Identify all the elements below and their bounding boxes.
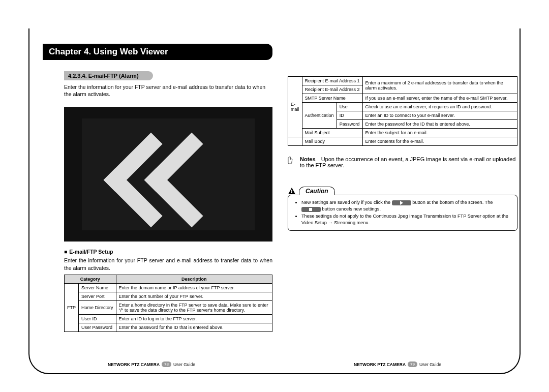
note-hand-icon: [288, 156, 295, 168]
ftp-table: Category Description FTP Server Name Ent…: [64, 275, 272, 332]
cell-desc: Enter the domain name or IP address of y…: [116, 283, 272, 292]
cell-desc: Enter the subject for an e-mail.: [362, 129, 517, 137]
footer-right: NETWORK PTZ CAMERA 79 User Guide: [354, 361, 441, 367]
cell-desc: Enter the password for the ID that is en…: [362, 120, 517, 129]
left-page: Chapter 4. Using Web Viewer 4.2.3.4. E-m…: [43, 28, 282, 332]
cell-name: User Password: [79, 323, 116, 331]
email-table: E-mail Recipient E-mail Address 1 Enter …: [288, 76, 517, 146]
cell-desc: Enter a maximum of 2 e-mail addresses to…: [362, 77, 517, 94]
caution-label: Caution: [299, 187, 335, 195]
notes-text-wrap: Notes Upon the occurrence of an event, a…: [300, 156, 517, 168]
svg-rect-2: [291, 192, 292, 193]
table-row: User ID Enter an ID to log in to the FTP…: [65, 314, 272, 323]
table-row: Authentication Use Check to use an e-mai…: [288, 103, 517, 111]
table-row: Home Directory Enter a home directory in…: [65, 300, 272, 314]
table-row: Mail Subject Enter the subject for an e-…: [288, 129, 517, 137]
cell-name: User ID: [79, 314, 116, 323]
cell-name: Server Name: [79, 283, 116, 292]
section-intro: Enter the information for your FTP serve…: [64, 83, 272, 98]
caution-box: New settings are saved only if you click…: [288, 195, 517, 231]
page-spread: Chapter 4. Using Web Viewer 4.2.3.4. E-m…: [28, 28, 521, 374]
table-row: Server Port Enter the port number of you…: [65, 292, 272, 300]
page-footer: NETWORK PTZ CAMERA 78 User Guide NETWORK…: [28, 361, 521, 367]
footer-product: NETWORK PTZ CAMERA: [108, 362, 160, 367]
footer-guide: User Guide: [419, 362, 441, 367]
cell-name: Home Directory: [79, 300, 116, 314]
footer-guide: User Guide: [173, 362, 195, 367]
cell-desc: Enter contents for the e-mail.: [362, 137, 517, 146]
cell-desc: Enter an ID to log in to the FTP server.: [116, 314, 272, 323]
setup-heading-text: E-mail/FTP Setup: [69, 249, 113, 255]
table-row: E-mail Recipient E-mail Address 1 Enter …: [288, 77, 517, 85]
header-description: Description: [116, 275, 272, 283]
caution-text: button cancels new settings.: [322, 206, 381, 212]
cell-name: Mail Body: [302, 137, 362, 146]
svg-rect-1: [291, 190, 292, 192]
screenshot-placeholder: [64, 107, 272, 242]
table-row: Mail Body Enter contents for the e-mail.: [288, 137, 517, 146]
table-header-row: Category Description: [65, 275, 272, 283]
auth-group-cell: Authentication: [302, 103, 337, 129]
square-bullet-icon: ■: [64, 249, 67, 255]
notes-text: Upon the occurrence of an event, a JPEG …: [300, 156, 515, 168]
apply-button-icon: [392, 200, 411, 205]
cell-desc: Enter the password for the ID that is en…: [116, 323, 272, 331]
cell-desc: Check to use an e-mail server; it requir…: [362, 103, 517, 111]
cell-desc: Enter an ID to connect to your e-mail se…: [362, 111, 517, 120]
page-number-left: 78: [162, 361, 171, 367]
notes-title: Notes: [300, 156, 316, 162]
caution-block: Caution New settings are saved only if y…: [288, 187, 517, 231]
right-page: E-mail Recipient E-mail Address 1 Enter …: [288, 28, 527, 231]
cell-name: SMTP Server Name: [302, 94, 362, 103]
cell-name: Mail Subject: [302, 129, 362, 137]
footer-product: NETWORK PTZ CAMERA: [354, 362, 406, 367]
cell-desc: Enter a home directory in the FTP server…: [116, 300, 272, 314]
cancel-button-icon: [301, 207, 321, 212]
setup-intro: Enter the information for your FTP serve…: [64, 257, 272, 271]
header-category: Category: [65, 275, 116, 283]
cell-name: Recipient E-mail Address 1: [302, 77, 362, 85]
table-row: User Password Enter the password for the…: [65, 323, 272, 331]
section-heading: 4.2.3.4. E-mail-FTP (Alarm): [64, 71, 153, 80]
footer-left: NETWORK PTZ CAMERA 78 User Guide: [108, 361, 195, 367]
ftp-group-cell: FTP: [65, 283, 79, 331]
caution-line-1: New settings are saved only if you click…: [301, 199, 511, 213]
cell-name: Recipient E-mail Address 2: [302, 85, 362, 94]
warning-icon: [288, 187, 296, 195]
caution-text: New settings are saved only if you click…: [301, 200, 390, 205]
rewind-icon: [82, 118, 255, 230]
cell-desc: Enter the port number of your FTP server…: [116, 292, 272, 300]
page-number-right: 79: [408, 361, 417, 367]
email-group-cell: E-mail: [288, 77, 302, 137]
caution-text: button at the bottom of the screen. The: [412, 200, 493, 205]
setup-heading: ■E-mail/FTP Setup: [64, 249, 282, 255]
chapter-title: Chapter 4. Using Web Viewer: [43, 44, 272, 60]
cell-name: ID: [337, 111, 362, 120]
cell-name: Use: [337, 103, 362, 111]
cell-name: Server Port: [79, 292, 116, 300]
cell-desc: If you use an e-mail server, enter the n…: [362, 94, 517, 103]
caution-line-2: These settings do not apply to the Conti…: [301, 213, 511, 227]
cell-name: Password: [337, 120, 362, 129]
notes-block: Notes Upon the occurrence of an event, a…: [288, 156, 517, 168]
table-row: FTP Server Name Enter the domain name or…: [65, 283, 272, 292]
table-row: SMTP Server Name If you use an e-mail se…: [288, 94, 517, 103]
